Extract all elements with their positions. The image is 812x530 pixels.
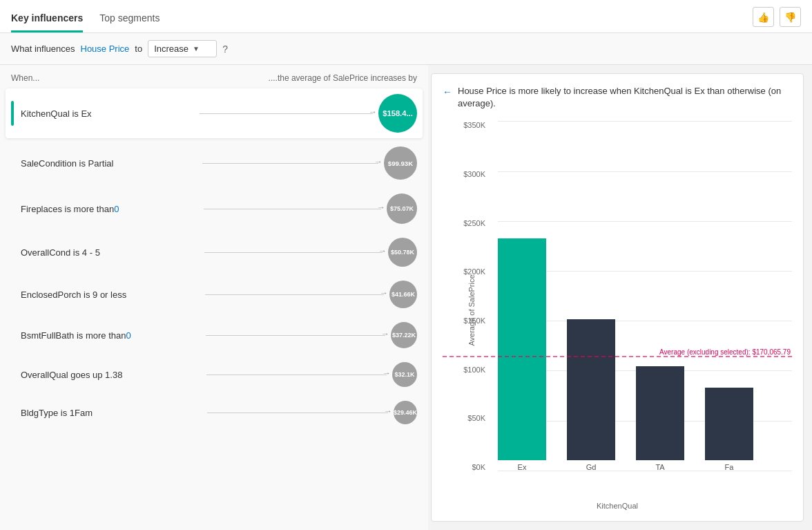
- influencer-item-fireplaces[interactable]: Fireplaces is more than0$75.07K: [6, 188, 423, 229]
- item-label: BldgType is 1Fam: [21, 408, 202, 418]
- middle-label: to: [135, 44, 142, 54]
- y-label: $200K: [443, 267, 485, 276]
- tabs-container: Key influencers Top segments: [11, 7, 160, 32]
- avg-line-label: Average (excluding selected): $170,065.7…: [658, 348, 792, 356]
- bar-group-gd: Gd: [567, 319, 615, 471]
- line-connector: [205, 294, 384, 295]
- avg-line: [443, 356, 792, 357]
- item-label: Fireplaces is more than0: [21, 204, 198, 214]
- chart-title: ← House Price is more likely to increase…: [443, 85, 792, 110]
- item-label: KitchenQual is Ex: [21, 108, 194, 119]
- value-bubble: $99.93K: [384, 146, 417, 180]
- bar-ex: [498, 238, 546, 460]
- tab-top-segments[interactable]: Top segments: [99, 7, 160, 32]
- line-connector: [200, 113, 373, 114]
- y-label: $100K: [443, 366, 485, 374]
- thumbs-up-button[interactable]: 👍: [753, 7, 774, 27]
- back-arrow-icon[interactable]: ←: [443, 86, 452, 100]
- y-label: $350K: [443, 121, 485, 129]
- line-connector: [204, 209, 381, 209]
- y-label: $0K: [443, 463, 485, 471]
- y-label: $150K: [443, 316, 485, 325]
- y-label: $50K: [443, 414, 485, 422]
- bars-container: ExGdTAFa: [498, 128, 792, 471]
- line-connector: [202, 163, 378, 164]
- when-label: When...: [11, 73, 269, 83]
- influencer-item-overallcond[interactable]: OverallCond is 4 - 5$50.78K: [6, 232, 423, 272]
- y-axis-labels: $350K$300K$250K$200K$150K$100K$50K$0K: [443, 121, 491, 471]
- item-label: OverallCond is 4 - 5: [21, 247, 199, 258]
- highlight-label: House Price: [81, 44, 130, 54]
- bar-fa: [705, 388, 753, 460]
- increases-label: ....the average of SalePrice increases b…: [269, 73, 417, 83]
- bar-label-gd: Gd: [586, 463, 597, 471]
- bar-ta: [636, 366, 684, 460]
- dropdown-value: Increase: [154, 44, 188, 54]
- active-indicator: [11, 101, 14, 126]
- influencer-item-enclosedporch[interactable]: EnclosedPorch is 9 or less$41.66K: [6, 275, 423, 314]
- line-connector: [204, 252, 383, 253]
- value-bubble: $29.46K: [394, 401, 417, 424]
- prefix-label: What influences: [11, 44, 75, 54]
- blue-text: 0: [114, 204, 119, 214]
- x-axis-title: KitchenQual: [443, 502, 792, 510]
- grid-line: [498, 121, 792, 122]
- item-label: SaleCondition is Partial: [21, 158, 197, 169]
- value-bubble: $75.07K: [387, 193, 417, 224]
- influencer-list: KitchenQual is Ex$158.4...SaleCondition …: [0, 88, 428, 430]
- value-bubble: $158.4...: [378, 94, 417, 133]
- influencer-item-bsmtfull[interactable]: BsmtFullBath is more than0$37.22K: [6, 316, 423, 354]
- y-label: $250K: [443, 219, 485, 227]
- line-connector: [206, 375, 387, 375]
- bar-gd: [567, 319, 615, 460]
- bar-group-ex: Ex: [498, 238, 546, 471]
- question-row: What influences House Price to Increase …: [0, 33, 812, 65]
- value-bubble: $50.78K: [388, 238, 417, 267]
- chevron-down-icon: ▼: [193, 45, 200, 53]
- help-icon[interactable]: ?: [222, 44, 228, 55]
- column-headers: When... ....the average of SalePrice inc…: [0, 65, 428, 88]
- value-bubble: $37.22K: [391, 322, 417, 348]
- tab-key-influencers[interactable]: Key influencers: [11, 7, 83, 32]
- thumbs-down-button[interactable]: 👎: [780, 7, 801, 27]
- blue-text: 0: [126, 330, 130, 341]
- line-connector: [207, 413, 388, 413]
- chart-area: Average of SalePrice $350K$300K$250K$200…: [443, 121, 792, 499]
- y-label: $300K: [443, 170, 485, 178]
- influencer-item-kitchen[interactable]: KitchenQual is Ex$158.4...: [6, 88, 423, 138]
- tab-actions: 👍 👎: [753, 7, 801, 32]
- bar-label-ex: Ex: [518, 463, 527, 471]
- influencer-item-bldgtype[interactable]: BldgType is 1Fam$29.46K: [6, 395, 423, 430]
- value-bubble: $32.1K: [392, 362, 417, 387]
- item-label: BsmtFullBath is more than0: [21, 330, 200, 341]
- chart-title-text: House Price is more likely to increase w…: [458, 85, 792, 110]
- influencer-item-overallqual[interactable]: OverallQual goes up 1.38$32.1K: [6, 357, 423, 392]
- influence-dropdown[interactable]: Increase ▼: [148, 40, 217, 57]
- item-label: EnclosedPorch is 9 or less: [21, 290, 200, 300]
- bar-label-ta: TA: [655, 463, 664, 471]
- value-bubble: $41.66K: [389, 281, 417, 308]
- bar-label-fa: Fa: [725, 463, 734, 471]
- bar-group-ta: TA: [636, 366, 684, 471]
- item-label: OverallQual goes up 1.38: [21, 370, 201, 380]
- influencer-item-salecond[interactable]: SaleCondition is Partial$99.93K: [6, 141, 423, 185]
- bar-group-fa: Fa: [705, 388, 753, 471]
- line-connector: [206, 335, 385, 336]
- left-panel: When... ....the average of SalePrice inc…: [0, 65, 428, 530]
- right-panel: ← House Price is more likely to increase…: [431, 73, 804, 522]
